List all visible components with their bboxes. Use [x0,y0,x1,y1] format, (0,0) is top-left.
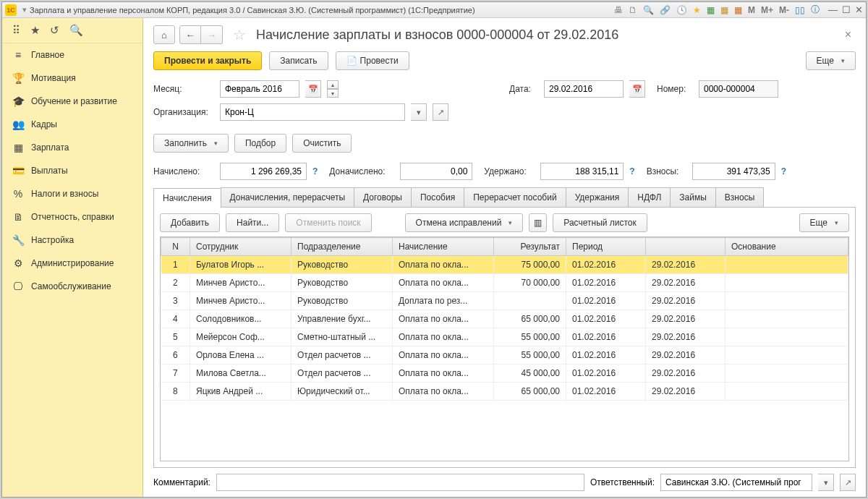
org-dropdown-icon[interactable]: ▾ [411,103,427,121]
calendar2-icon[interactable]: ▦ [734,5,742,15]
doc-icon[interactable]: 🗋 [629,5,637,15]
favorite-icon[interactable]: ★ [30,24,40,37]
close-icon[interactable]: ✕ [855,4,863,15]
table-row[interactable]: 1Булатов Игорь ...РуководствоОплата по о… [161,256,848,274]
write-button[interactable]: Записать [269,51,328,70]
col-header[interactable]: Результат [494,238,566,256]
forward-button[interactable]: → [201,25,223,44]
tab-7[interactable]: Займы [670,187,716,207]
table-row[interactable]: 6Орлова Елена ...Отдел расчетов ...Оплат… [161,346,848,364]
columns-icon[interactable]: ▥ [529,213,547,232]
responsible-dropdown-icon[interactable]: ▾ [818,474,834,491]
link-icon[interactable]: 🔗 [660,5,671,15]
tab-4[interactable]: Перерасчет пособий [464,187,566,207]
col-header[interactable]: Начисление [393,238,494,256]
post-and-close-button[interactable]: Провести и закрыть [153,51,262,70]
sidebar-item-0[interactable]: ≡Главное [2,43,142,67]
month-picker-icon[interactable]: 📅 [305,80,321,98]
search-icon[interactable]: 🔍 [643,5,654,15]
sidebar-item-2[interactable]: 🎓Обучение и развитие [2,90,142,113]
tab-1[interactable]: Доначисления, перерасчеты [221,187,354,207]
sidebar-item-1[interactable]: 🏆Мотивация [2,67,142,90]
date-input[interactable] [544,80,624,98]
date-picker-icon[interactable]: 📅 [629,80,645,98]
print-icon[interactable]: 🖶 [614,5,623,15]
org-open-icon[interactable]: ↗ [433,103,448,121]
apps-icon[interactable]: ⠿ [12,24,20,37]
extra-input[interactable] [400,163,472,180]
table-row[interactable]: 5Мейерсон Соф...Сметно-штатный ...Оплата… [161,328,848,346]
clock-icon[interactable]: 🕓 [676,5,687,15]
history-icon[interactable]: ↺ [50,24,59,37]
minimize-icon[interactable]: — [828,4,838,15]
responsible-input[interactable] [660,474,812,491]
tab-more-button[interactable]: Еще [799,213,849,232]
payslip-button[interactable]: Расчетный листок [553,213,647,232]
month-input[interactable] [220,80,299,98]
m-button[interactable]: M [748,5,755,15]
col-header[interactable]: Период [566,238,646,256]
responsible-open-icon[interactable]: ↗ [840,474,856,491]
tab-2[interactable]: Договоры [354,187,412,207]
sidebar-item-3[interactable]: 👥Кадры [2,113,142,136]
col-header[interactable]: Сотрудник [190,238,292,256]
col-header[interactable]: Основание [726,238,848,256]
tab-3[interactable]: Пособия [411,187,464,207]
maximize-icon[interactable]: ☐ [842,4,851,15]
favorite-toggle-icon[interactable]: ☆ [233,26,246,43]
pick-button[interactable]: Подбор [234,134,286,153]
sidebar-item-9[interactable]: ⚙Администрирование [2,252,142,275]
cancel-fix-button[interactable]: Отмена исправлений [405,213,524,232]
sidebar-item-4[interactable]: ▦Зарплата [2,136,142,159]
star-icon[interactable]: ★ [693,5,701,15]
fill-button[interactable]: Заполнить [153,134,229,153]
post-button[interactable]: 📄Провести [336,51,409,70]
m-minus-button[interactable]: M- [779,5,789,15]
table-row[interactable]: 7Милова Светла...Отдел расчетов ...Оплат… [161,364,848,383]
withheld-input[interactable] [540,163,624,180]
tab-0[interactable]: Начисления [153,188,221,208]
contrib-input[interactable] [692,163,775,180]
find-button[interactable]: Найти... [226,213,279,232]
calc-icon[interactable]: ▦ [707,5,715,15]
accrued-help-icon[interactable]: ? [312,166,318,176]
add-button[interactable]: Добавить [160,213,220,232]
nav-search-icon[interactable]: 🔍 [69,24,83,37]
month-up-icon[interactable]: ▲ [327,80,339,89]
panels-icon[interactable]: ▯▯ [795,5,805,15]
clear-button[interactable]: Очистить [292,134,352,153]
more-button[interactable]: Еще [806,51,856,70]
month-down-icon[interactable]: ▼ [327,89,339,98]
withheld-help-icon[interactable]: ? [629,166,634,176]
col-header[interactable]: N [161,238,190,256]
cancel-search-button[interactable]: Отменить поиск [285,213,371,232]
org-input[interactable] [220,103,405,121]
col-header[interactable] [646,238,726,256]
back-button[interactable]: ← [179,25,201,44]
table-row[interactable]: 2Минчев Аристо...РуководствоОплата по ок… [161,274,848,292]
sidebar-icon: ≡ [12,49,24,61]
page-close-icon[interactable]: × [841,28,856,41]
sidebar-item-5[interactable]: 💳Выплаты [2,159,142,182]
sidebar-item-6[interactable]: %Налоги и взносы [2,182,142,205]
comment-input[interactable] [216,474,584,491]
tab-8[interactable]: Взносы [715,187,764,207]
tab-5[interactable]: Удержания [566,187,629,207]
table-row[interactable]: 8Яцкив Андрей ...Юридический от...Оплата… [161,383,848,401]
info-icon[interactable]: ⓘ [811,4,820,16]
sidebar-item-10[interactable]: 🖵Самообслуживание [2,275,142,298]
home-button[interactable]: ⌂ [153,25,175,44]
col-header[interactable]: Подразделение [292,238,393,256]
tab-6[interactable]: НДФЛ [628,187,671,207]
sidebar-item-8[interactable]: 🔧Настройка [2,229,142,252]
calendar-icon[interactable]: ▦ [720,5,728,15]
number-input[interactable] [699,80,778,98]
contrib-help-icon[interactable]: ? [781,166,786,176]
accrued-input[interactable] [220,163,307,180]
app-menu-dropdown-icon[interactable]: ▾ [22,5,27,14]
sidebar-item-7[interactable]: 🗎Отчетность, справки [2,205,142,229]
accruals-table[interactable]: NСотрудникПодразделениеНачислениеРезульт… [160,236,849,461]
table-row[interactable]: 3Минчев Аристо...РуководствоДоплата по р… [161,292,848,310]
table-row[interactable]: 4Солодовников...Управление бухг...Оплата… [161,310,848,328]
m-plus-button[interactable]: M+ [761,5,773,15]
